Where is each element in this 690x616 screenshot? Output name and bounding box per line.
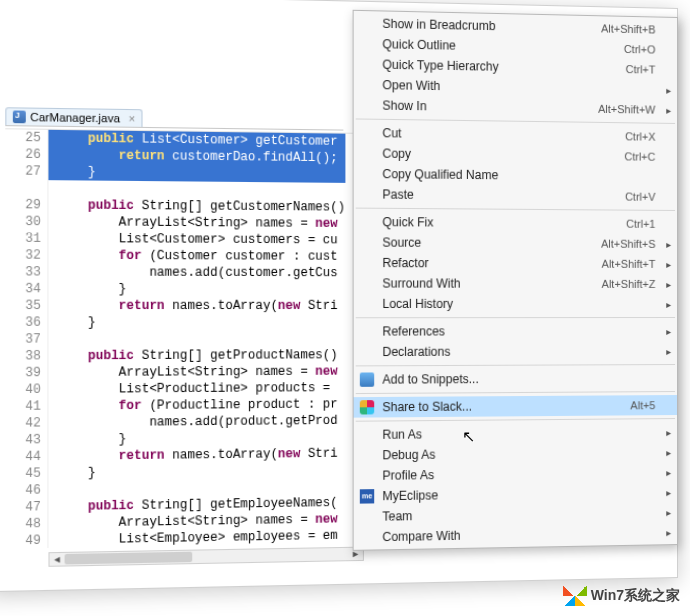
line-number: 47	[5, 499, 41, 516]
code-line[interactable]: List<Productline> products =	[57, 380, 345, 398]
scroll-left-icon[interactable]: ◄	[50, 553, 65, 566]
menu-item-label: Copy	[382, 146, 624, 163]
code-line[interactable]: }	[57, 281, 345, 298]
line-number: 30	[5, 213, 41, 230]
menu-item-label: Add to Snippets...	[382, 371, 655, 387]
editor-tabbar: CarManager.java ×	[5, 107, 343, 130]
line-number: 49	[5, 532, 41, 548]
menu-item-label: Quick Outline	[382, 37, 623, 56]
menu-item-label: Debug As	[382, 445, 655, 462]
horizontal-scrollbar[interactable]: ◄ ►	[48, 547, 363, 567]
code-line[interactable]: List<Employee> employees = em	[57, 527, 345, 548]
line-number: 37	[5, 331, 41, 348]
tab-filename: CarManager.java	[30, 111, 120, 125]
menu-item-paste[interactable]: PasteCtrl+V	[354, 184, 677, 207]
code-line[interactable]: public String[] getProductNames()	[57, 347, 345, 365]
menu-item-label: MyEclipse	[382, 485, 655, 503]
menu-item-accelerator: Alt+Shift+W	[598, 103, 655, 116]
me-icon: me	[360, 489, 374, 504]
code-line[interactable]: List<Customer> customers = cu	[57, 230, 345, 248]
code-line[interactable]: }	[48, 163, 345, 183]
menu-item-surround-with[interactable]: Surround WithAlt+Shift+Z▸	[354, 273, 677, 294]
code-editor[interactable]: 2526272930313233343536373839404142434445…	[5, 128, 364, 549]
menu-separator	[356, 317, 675, 318]
line-number	[5, 180, 41, 197]
menu-item-label: Declarations	[382, 344, 655, 359]
chevron-right-icon: ▸	[666, 278, 671, 289]
windows-logo-icon	[563, 586, 587, 606]
menu-item-accelerator: Alt+Shift+Z	[602, 278, 656, 290]
line-number: 36	[5, 314, 41, 331]
menu-item-accelerator: Ctrl+T	[626, 63, 656, 76]
code-line[interactable]: public String[] getCustomerNames()	[57, 197, 345, 216]
line-number: 38	[5, 348, 41, 365]
menu-item-label: Run As	[382, 425, 655, 442]
menu-item-label: Show In	[382, 98, 598, 115]
menu-item-source[interactable]: SourceAlt+Shift+S▸	[354, 232, 677, 254]
menu-item-references[interactable]: References▸	[354, 321, 677, 342]
menu-item-accelerator: Alt+Shift+T	[602, 258, 656, 270]
menu-item-label: Share to Slack...	[382, 398, 630, 414]
menu-item-label: Paste	[382, 187, 625, 203]
menu-item-label: Local History	[382, 297, 655, 311]
code-line[interactable]: names.add(customer.getCus	[57, 264, 345, 281]
menu-item-label: Team	[382, 505, 655, 523]
ide-window: CarManager.java × 2526272930313233343536…	[0, 0, 678, 592]
line-number: 34	[5, 281, 41, 298]
menu-item-add-to-snippets[interactable]: Add to Snippets...	[354, 368, 677, 390]
context-menu: Show in BreadcrumbAlt+Shift+BQuick Outli…	[353, 10, 678, 551]
code-line[interactable]: for (Customer customer : cust	[57, 247, 345, 265]
line-number: 27	[5, 163, 41, 180]
menu-item-label: Cut	[382, 126, 625, 143]
menu-item-accelerator: Ctrl+X	[625, 130, 655, 142]
menu-item-label: Quick Fix	[382, 215, 626, 231]
menu-item-label: Show in Breadcrumb	[382, 17, 601, 36]
code-line[interactable]: ArrayList<String> names = new	[57, 214, 345, 232]
snippet-icon	[360, 372, 374, 386]
close-icon[interactable]: ×	[124, 112, 135, 125]
code-line[interactable]: ArrayList<String> names = new	[57, 363, 345, 381]
menu-item-label: Profile As	[382, 465, 655, 483]
code-line[interactable]: }	[57, 314, 345, 331]
menu-separator	[356, 418, 675, 422]
code-line[interactable]: names.add(product.getProd	[57, 413, 345, 432]
menu-item-label: References	[382, 324, 655, 339]
code-line[interactable]	[57, 331, 345, 348]
menu-item-accelerator: Ctrl+1	[626, 218, 655, 230]
line-number: 43	[5, 432, 41, 449]
menu-item-local-history[interactable]: Local History▸	[354, 294, 677, 314]
code-line[interactable]: return names.toArray(new Stri	[57, 298, 345, 315]
line-number: 35	[5, 297, 41, 314]
menu-item-compare-with[interactable]: Compare With▸	[354, 522, 677, 548]
menu-item-refactor[interactable]: RefactorAlt+Shift+T▸	[354, 253, 677, 274]
menu-item-declarations[interactable]: Declarations▸	[354, 341, 677, 362]
menu-item-accelerator: Alt+Shift+B	[601, 22, 655, 35]
menu-item-accelerator: Alt+Shift+S	[601, 238, 655, 250]
line-number: 48	[5, 516, 41, 533]
menu-item-share-to-slack[interactable]: Share to Slack...Alt+5	[354, 395, 677, 418]
editor-tab-carmanager[interactable]: CarManager.java ×	[5, 107, 142, 127]
line-number: 42	[5, 415, 41, 432]
chevron-right-icon: ▸	[666, 346, 671, 357]
line-number: 44	[5, 449, 41, 466]
chevron-right-icon: ▸	[666, 326, 671, 337]
menu-item-label: Source	[382, 235, 601, 250]
menu-item-label: Open With	[382, 78, 655, 97]
code-line[interactable]: return names.toArray(new Stri	[57, 445, 345, 465]
line-number: 31	[5, 230, 41, 247]
line-number: 25	[5, 129, 41, 146]
chevron-right-icon: ▸	[666, 84, 671, 95]
chevron-right-icon: ▸	[666, 507, 671, 518]
scroll-thumb[interactable]	[65, 552, 193, 565]
menu-item-accelerator: Alt+5	[630, 399, 655, 411]
menu-item-accelerator: Ctrl+C	[624, 150, 655, 162]
line-number: 39	[5, 365, 41, 382]
menu-item-show-in[interactable]: Show InAlt+Shift+W▸	[354, 95, 677, 120]
chevron-right-icon: ▸	[666, 527, 671, 538]
menu-item-quick-fix[interactable]: Quick FixCtrl+1	[354, 212, 677, 234]
menu-item-label: Surround With	[382, 276, 601, 291]
chevron-right-icon: ▸	[666, 427, 671, 438]
code-text[interactable]: public List<Customer> getCustomer return…	[48, 130, 345, 548]
menu-separator	[356, 364, 675, 366]
chevron-right-icon: ▸	[666, 298, 671, 309]
